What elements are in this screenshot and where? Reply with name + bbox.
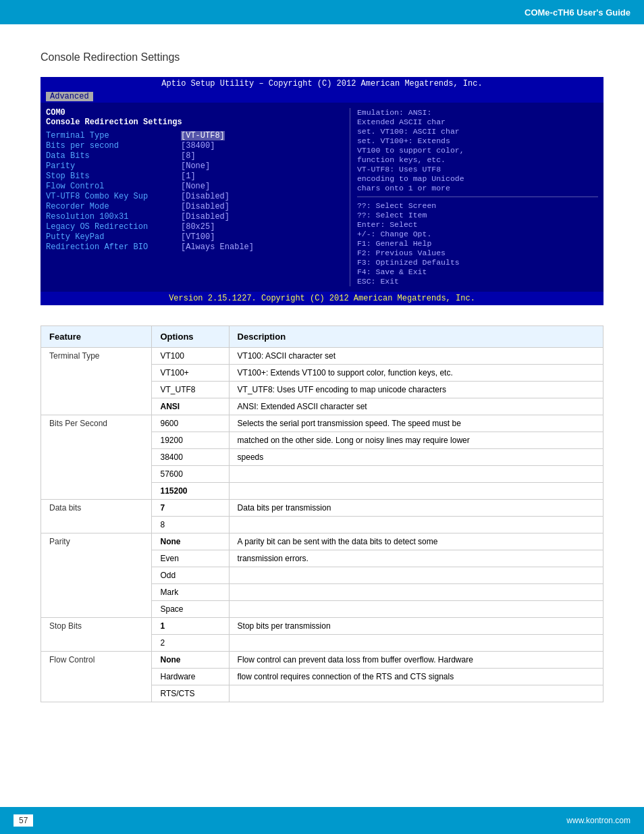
table-header-row: Feature Options Description <box>41 326 603 348</box>
table-row: Bits Per Second9600Selects the serial po… <box>41 415 603 432</box>
bios-keyhelp-line: ESC: Exit <box>357 277 598 286</box>
table-body: Terminal TypeVT100VT100: ASCII character… <box>41 348 603 702</box>
description-cell <box>229 517 603 533</box>
col-header-feature: Feature <box>41 326 152 348</box>
option-cell: Space <box>152 601 229 618</box>
col-header-description: Description <box>229 326 603 348</box>
description-cell: A parity bit can be sent with the data b… <box>229 533 603 550</box>
feature-cell: Parity <box>41 533 152 618</box>
bios-help-line: set. VT100+: Extends <box>357 136 598 145</box>
option-cell: Even <box>152 550 229 567</box>
feature-cell: Bits Per Second <box>41 415 152 500</box>
description-cell <box>229 567 603 584</box>
option-cell: RTS/CTS <box>152 685 229 702</box>
page-number: 57 <box>14 814 33 827</box>
col-header-options: Options <box>152 326 229 348</box>
option-cell: 57600 <box>152 466 229 483</box>
bios-right-panel: Emulation: ANSI:Extended ASCII charset. … <box>350 108 598 286</box>
description-cell: Data bits per transmission <box>229 500 603 517</box>
header-title: COMe-cTH6 User's Guide <box>525 7 630 18</box>
option-cell: Odd <box>152 567 229 584</box>
table-row: Flow ControlNoneFlow control can prevent… <box>41 652 603 669</box>
bios-row: Bits per second[38400] <box>46 141 343 151</box>
page-footer: 57 www.kontron.com <box>0 807 644 834</box>
footer-website: www.kontron.com <box>566 816 630 825</box>
description-cell <box>229 483 603 500</box>
option-cell: 38400 <box>152 449 229 466</box>
description-cell: VT100+: Extends VT100 to support color, … <box>229 365 603 382</box>
section-title: Console Redirection Settings <box>41 51 603 63</box>
bios-row: Putty KeyPad[VT100] <box>46 232 343 242</box>
bios-left-panel: COM0 Console Redirection Settings Termin… <box>46 108 350 286</box>
bios-keyhelp-line: F3: Optinized Defaults <box>357 258 598 267</box>
feature-cell: Data bits <box>41 500 152 533</box>
option-cell: 7 <box>152 500 229 517</box>
description-cell: Stop bits per transmission <box>229 618 603 635</box>
description-cell: Flow control can prevent data loss from … <box>229 652 603 669</box>
bios-help-line: VT-UTF8: Uses UTF8 <box>357 165 598 174</box>
description-cell: speeds <box>229 449 603 466</box>
bios-keyhelp-line: F2: Previous Values <box>357 249 598 257</box>
option-cell: ANSI <box>152 398 229 415</box>
option-cell: 9600 <box>152 415 229 432</box>
header-bar: COMe-cTH6 User's Guide <box>0 0 644 24</box>
option-cell: 1 <box>152 618 229 635</box>
option-cell: VT100+ <box>152 365 229 382</box>
bios-row: Flow Control[None] <box>46 182 343 191</box>
description-cell <box>229 601 603 618</box>
option-cell: None <box>152 652 229 669</box>
option-cell: Hardware <box>152 669 229 685</box>
table-row: Data bits7Data bits per transmission <box>41 500 603 517</box>
description-cell: flow control requires connection of the … <box>229 669 603 685</box>
bios-rows: Terminal Type[VT-UTF8]Bits per second[38… <box>46 131 343 252</box>
description-cell <box>229 466 603 483</box>
option-cell: 115200 <box>152 483 229 500</box>
description-cell: ANSI: Extended ASCII character set <box>229 398 603 415</box>
option-cell: None <box>152 533 229 550</box>
bios-tab-active: Advanced <box>46 92 93 101</box>
option-cell: VT100 <box>152 348 229 365</box>
feature-cell: Flow Control <box>41 652 152 702</box>
bios-row: Parity[None] <box>46 161 343 171</box>
bios-screenshot: Aptio Setup Utility – Copyright (C) 2012… <box>41 77 603 305</box>
bios-help-line: Extended ASCII char <box>357 118 598 126</box>
bios-row: Data Bits[8] <box>46 151 343 161</box>
option-cell: 2 <box>152 635 229 652</box>
bios-row: Recorder Mode[Disabled] <box>46 202 343 211</box>
feature-table: Feature Options Description Terminal Typ… <box>41 325 603 702</box>
option-cell: VT_UTF8 <box>152 382 229 398</box>
description-cell: Selects the serial port transmission spe… <box>229 415 603 432</box>
bios-title-bar: Aptio Setup Utility – Copyright (C) 2012… <box>41 77 603 90</box>
bios-help-line: VT100 to support color, <box>357 146 598 155</box>
description-cell <box>229 685 603 702</box>
bios-divider <box>357 197 598 197</box>
bios-keyhelp-line: F4: Save & Exit <box>357 267 598 276</box>
bios-body: COM0 Console Redirection Settings Termin… <box>41 103 603 292</box>
option-cell: Mark <box>152 584 229 601</box>
bios-keyhelp-line: ??: Select Item <box>357 211 598 219</box>
feature-cell: Terminal Type <box>41 348 152 415</box>
bios-row: VT-UTF8 Combo Key Sup[Disabled] <box>46 192 343 201</box>
bios-row: Redirection After BIO[Always Enable] <box>46 242 343 252</box>
bios-keyhelp-line: +/-: Change Opt. <box>357 230 598 238</box>
bios-row: Legacy OS Redirection[80x25] <box>46 222 343 232</box>
bios-help-line: encoding to map Unicode <box>357 174 598 183</box>
description-cell: matched on the other side. Long or noisy… <box>229 432 603 449</box>
option-cell: 19200 <box>152 432 229 449</box>
bios-help-line: set. VT100: ASCII char <box>357 127 598 136</box>
bios-keyhelp-line: F1: General Help <box>357 239 598 248</box>
bios-keyhelp-line: ??: Select Screen <box>357 201 598 210</box>
bios-com-label: COM0 Console Redirection Settings <box>46 108 343 127</box>
description-cell <box>229 584 603 601</box>
bios-help-line: function keys, etc. <box>357 155 598 164</box>
option-cell: 8 <box>152 517 229 533</box>
bios-row: Stop Bits[1] <box>46 172 343 181</box>
bios-help-line: chars onto 1 or more <box>357 184 598 192</box>
bios-help: Emulation: ANSI:Extended ASCII charset. … <box>357 108 598 192</box>
bios-tab-bar: Advanced <box>41 90 603 103</box>
description-cell: transmission errors. <box>229 550 603 567</box>
bios-keyhelp: ??: Select Screen??: Select ItemEnter: S… <box>357 201 598 286</box>
bios-keyhelp-line: Enter: Select <box>357 220 598 229</box>
description-cell <box>229 635 603 652</box>
bios-row: Resolution 100x31[Disabled] <box>46 212 343 221</box>
